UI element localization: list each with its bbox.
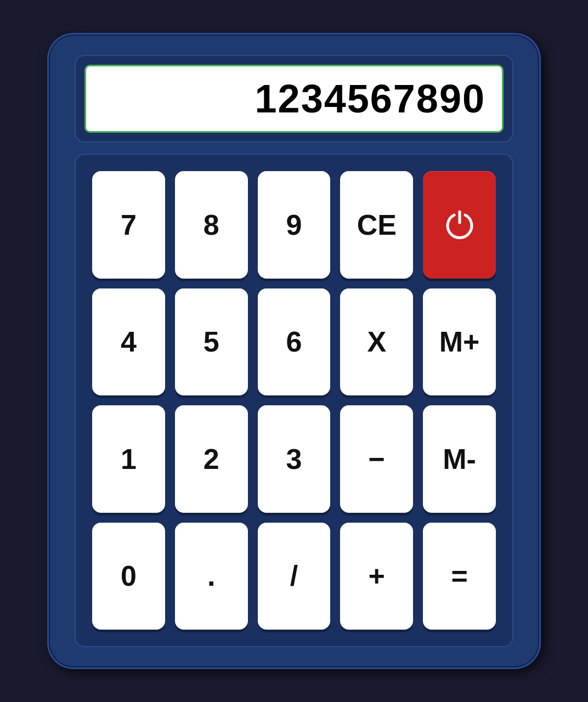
- button-multiply[interactable]: X: [340, 288, 413, 396]
- button-4[interactable]: 4: [92, 288, 165, 396]
- button-8[interactable]: 8: [175, 171, 248, 279]
- display-inner: 1234567890: [84, 65, 504, 133]
- button-7[interactable]: 7: [92, 171, 165, 279]
- button-subtract[interactable]: −: [340, 405, 413, 513]
- button-memory-plus[interactable]: M+: [423, 288, 496, 396]
- button-6[interactable]: 6: [258, 288, 331, 396]
- display-value: 1234567890: [255, 76, 485, 121]
- button-0[interactable]: 0: [92, 523, 165, 630]
- button-9[interactable]: 9: [258, 171, 331, 279]
- button-power[interactable]: [423, 171, 496, 279]
- power-icon: [443, 208, 476, 241]
- button-1[interactable]: 1: [92, 405, 165, 513]
- button-5[interactable]: 5: [175, 288, 248, 396]
- button-divide[interactable]: /: [258, 523, 331, 630]
- button-2[interactable]: 2: [175, 405, 248, 513]
- button-ce[interactable]: CE: [340, 171, 413, 279]
- button-memory-minus[interactable]: M-: [423, 405, 496, 513]
- display-outer: 1234567890: [75, 55, 513, 143]
- button-3[interactable]: 3: [258, 405, 331, 513]
- buttons-panel: 7 8 9 CE 4 5: [75, 154, 513, 647]
- button-equals[interactable]: =: [423, 523, 496, 630]
- button-decimal[interactable]: .: [175, 523, 248, 630]
- calculator: 1234567890 7 8 9 CE: [47, 33, 541, 669]
- button-add[interactable]: +: [340, 523, 413, 630]
